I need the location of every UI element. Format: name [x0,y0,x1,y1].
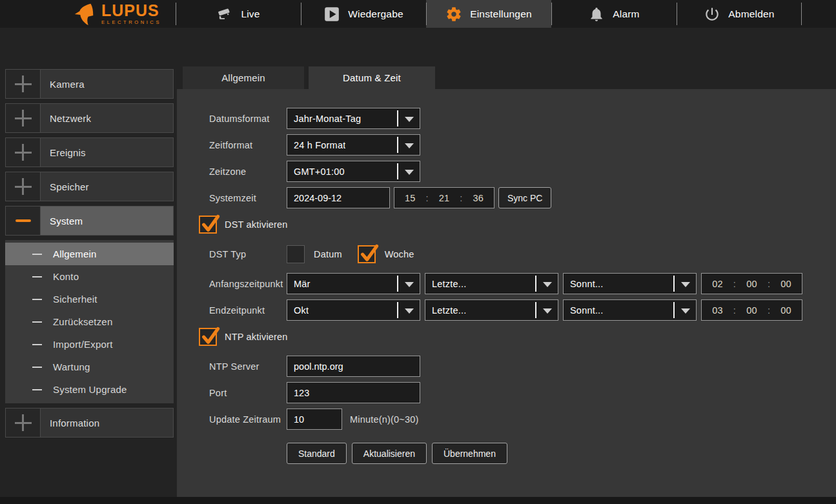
submenu-item-label: Import/Export [53,339,113,350]
dropdown-divider [397,163,398,179]
submenu-item-allgemein[interactable]: Allgemein [5,243,174,265]
expand-icon-box[interactable] [6,408,41,437]
sidebar-item-kamera[interactable]: Kamera [5,69,174,99]
nav-tab-label: Abmelden [728,8,774,20]
chevron-down-icon [405,308,414,314]
dst-typ-datum-checkbox[interactable] [287,245,305,263]
sidebar-item-label: Speicher [41,172,89,201]
sidebar-item-information[interactable]: Information [5,408,174,438]
colon-separator: : [733,305,736,316]
sidebar-item-label: Information [41,408,99,437]
uebernehmen-button[interactable]: Übernehmen [432,443,507,464]
nav-tab-label: Live [241,8,260,20]
dropdown-value: 24 h Format [294,140,345,150]
lupus-wolf-icon [72,2,97,26]
sidebar-item-label: Ereignis [41,138,86,166]
ende-woche-dropdown[interactable]: Letzte... [425,299,558,321]
systemzeit-row: Systemzeit 15 : 21 : 36 Sync PC [209,187,836,208]
anfang-woche-dropdown[interactable]: Letzte... [425,273,558,294]
plus-icon [15,76,32,92]
ende-wochentag-dropdown[interactable]: Sonnt... [563,299,697,321]
port-input[interactable] [287,382,420,403]
dropdown-divider [397,276,398,292]
check-icon [360,244,379,263]
update-zeitraum-input[interactable] [287,408,342,430]
update-zeitraum-suffix: Minute(n)(0~30) [350,414,419,425]
nav-tab-einstellungen[interactable]: Einstellungen [426,0,551,28]
sidebar-item-label: System [41,207,83,235]
play-icon [323,6,340,23]
anfang-monat-dropdown[interactable]: Mär [287,273,420,294]
anfang-time-input[interactable]: 02 : 00 : 00 [701,273,802,294]
expand-icon-box[interactable] [6,104,41,132]
cctv-camera-icon [216,6,233,23]
anfang-wochentag-dropdown[interactable]: Sonnt... [563,273,697,294]
nav-tab-wiedergabe[interactable]: Wiedergabe [301,0,426,28]
chevron-down-icon [543,282,552,287]
sync-pc-button[interactable]: Sync PC [498,187,551,208]
nav-tab-abmelden[interactable]: Abmelden [677,0,802,28]
hours-value[interactable]: 03 [712,305,723,316]
tab-allgemein[interactable]: Allgemein [183,66,304,89]
seconds-value[interactable]: 36 [473,193,484,203]
systemzeit-date-input[interactable] [287,187,390,208]
sidebar-item-speicher[interactable]: Speicher [5,172,174,201]
chevron-down-icon [405,282,414,287]
zeitformat-dropdown[interactable]: 24 h Format [287,134,420,156]
colon-separator: : [460,193,462,203]
seconds-value[interactable]: 00 [780,305,791,316]
dst-typ-woche-checkbox[interactable] [358,245,376,263]
aktualisieren-button[interactable]: Aktualisieren [352,443,427,464]
expand-icon-box[interactable] [6,172,41,201]
submenu-item-label: Sicherheit [53,294,97,305]
gear-icon [445,6,462,23]
collapse-icon-box[interactable] [6,207,41,235]
sidebar-item-netzwerk[interactable]: Netzwerk [5,103,174,133]
tab-datum-zeit[interactable]: Datum & Zeit [309,66,435,89]
logo-brand: LUPUS [101,3,161,19]
hours-value[interactable]: 02 [712,279,723,289]
submenu-item-system-upgrade[interactable]: System Upgrade [5,378,174,401]
ende-monat-dropdown[interactable]: Okt [287,299,420,321]
dst-aktivieren-label: DST aktivieren [225,219,288,230]
expand-icon-box[interactable] [6,70,41,98]
submenu-item-import-export[interactable]: Import/Export [5,333,174,356]
systemzeit-time-input[interactable]: 15 : 21 : 36 [394,187,494,208]
sidebar-item-ereignis[interactable]: Ereignis [5,137,174,167]
sidebar-item-system[interactable]: System [5,206,174,236]
dst-aktivieren-checkbox[interactable] [199,216,217,234]
colon-separator: : [768,279,770,289]
submenu-item-konto[interactable]: Konto [5,265,174,288]
systemzeit-label: Systemzeit [209,193,287,203]
ende-time-input[interactable]: 03 : 00 : 00 [701,299,802,321]
dropdown-divider [397,302,398,318]
submenu-item-zuruecksetzen[interactable]: Zurücksetzen [5,310,174,333]
plus-icon [15,178,32,195]
zeitzone-dropdown[interactable]: GMT+01:00 [287,161,420,182]
check-icon [201,327,220,346]
anfangszeitpunkt-row: Anfangszeitpunkt Mär Letzte... Sonnt... … [209,273,836,294]
minutes-value[interactable]: 00 [746,279,757,289]
seconds-value[interactable]: 00 [780,279,791,289]
chevron-down-icon [681,282,690,287]
chevron-down-icon [681,308,690,314]
update-zeitraum-label: Update Zeitraum [209,414,287,425]
datumsformat-dropdown[interactable]: Jahr-Monat-Tag [287,108,420,129]
minutes-value[interactable]: 00 [746,305,757,316]
ntp-server-label: NTP Server [209,361,287,372]
ntp-aktivieren-checkbox[interactable] [199,328,217,346]
nav-tab-live[interactable]: Live [176,0,301,28]
dash-icon [32,276,42,277]
action-button-row: Standard Aktualisieren Übernehmen [287,443,836,464]
minutes-value[interactable]: 21 [439,193,450,203]
submenu-item-label: Wartung [53,361,90,372]
nav-tab-alarm[interactable]: Alarm [551,0,677,28]
submenu-item-wartung[interactable]: Wartung [5,356,174,378]
ntp-server-input[interactable] [287,356,420,377]
hours-value[interactable]: 15 [405,193,416,203]
sidebar: Kamera Netzwerk Ereignis Speicher System… [5,69,174,442]
colon-separator: : [733,279,736,289]
submenu-item-sicherheit[interactable]: Sicherheit [5,288,174,310]
expand-icon-box[interactable] [6,138,41,166]
standard-button[interactable]: Standard [287,443,347,464]
